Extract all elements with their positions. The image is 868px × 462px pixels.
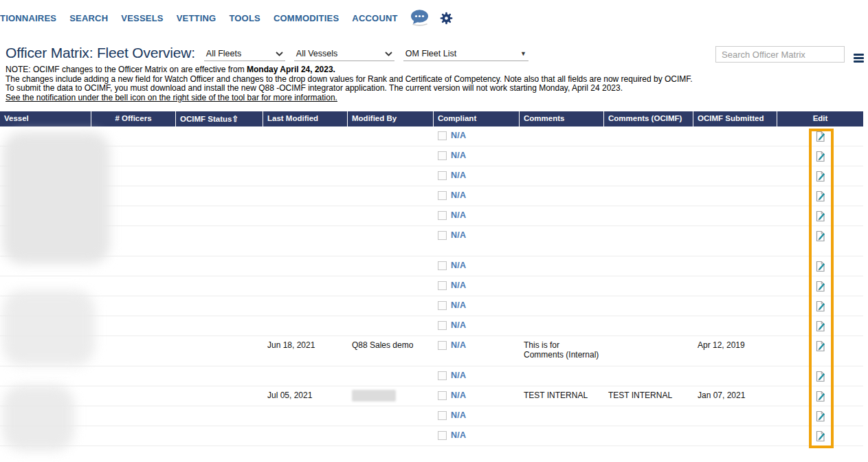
cell-ocimf_status	[176, 296, 263, 316]
column-header-modified_by[interactable]: Modified By	[348, 111, 434, 126]
fleet-filter-select[interactable]: All Fleets	[204, 49, 285, 61]
compliant-checkbox[interactable]	[438, 151, 447, 160]
cell-compliant: N/A	[434, 166, 520, 186]
table-header: Vessel# OfficersOCIMF Status⇧Last Modifi…	[0, 111, 863, 126]
nav-item-account[interactable]: ACCOUNT	[352, 13, 397, 23]
vessel-filter-select[interactable]: All Vessels	[294, 49, 394, 61]
edit-button[interactable]	[815, 340, 826, 352]
menu-icon[interactable]	[854, 54, 864, 64]
edit-button[interactable]	[815, 300, 826, 312]
edit-button[interactable]	[815, 131, 826, 142]
cell-modified_by: Q88 Sales demo	[348, 336, 434, 366]
cell-compliant: N/A	[434, 126, 520, 146]
cell-ocimf_submitted	[693, 146, 777, 166]
edit-button[interactable]	[815, 430, 826, 442]
fleet-filter-value: All Fleets	[206, 49, 241, 58]
column-header-vessel[interactable]: Vessel	[0, 111, 91, 126]
cell-ocimf_status	[176, 426, 263, 446]
list-filter-select[interactable]: OM Fleet List ▼	[403, 49, 528, 61]
cell-officers	[91, 366, 176, 386]
compliant-checkbox[interactable]	[438, 321, 447, 330]
compliant-value: N/A	[451, 151, 466, 160]
compliant-checkbox[interactable]	[438, 371, 447, 380]
cell-compliant: N/A	[434, 296, 520, 316]
edit-button[interactable]	[815, 190, 826, 202]
compliant-value: N/A	[451, 261, 466, 270]
column-header-ocimf_status[interactable]: OCIMF Status⇧	[176, 111, 263, 126]
cell-comments	[520, 126, 604, 146]
edit-button[interactable]	[815, 371, 826, 382]
edit-button[interactable]	[815, 410, 826, 422]
cell-comments	[520, 256, 604, 276]
cell-comments_ocimf	[604, 406, 693, 426]
compliant-checkbox[interactable]	[438, 341, 447, 350]
nav-item-questionnaires[interactable]: TIONNAIRES	[0, 13, 56, 23]
compliant-checkbox[interactable]	[438, 231, 447, 240]
nav-item-tools[interactable]: TOOLS	[229, 13, 260, 23]
compliant-value: N/A	[451, 340, 466, 350]
column-header-officers[interactable]: # Officers	[91, 111, 176, 126]
edit-button[interactable]	[815, 261, 826, 272]
gear-icon[interactable]	[440, 12, 453, 25]
chevron-down-icon	[276, 52, 283, 56]
cell-compliant: N/A	[434, 256, 520, 276]
cell-comments_ocimf	[604, 186, 693, 206]
edit-button[interactable]	[815, 390, 826, 402]
edit-icon	[815, 151, 826, 162]
cell-comments_ocimf	[604, 226, 693, 256]
cell-comments_ocimf	[604, 126, 693, 146]
nav-item-vessels[interactable]: VESSELS	[121, 13, 163, 23]
cell-last_modified	[263, 256, 348, 276]
cell-modified_by	[348, 296, 434, 316]
cell-officers	[91, 256, 176, 276]
compliant-value: N/A	[451, 410, 466, 420]
cell-compliant: N/A	[434, 186, 520, 206]
edit-icon	[815, 210, 826, 222]
cell-modified_by	[348, 166, 434, 186]
cell-ocimf_submitted	[693, 166, 777, 186]
cell-modified_by	[348, 126, 434, 146]
column-header-last_modified[interactable]: Last Modified	[263, 111, 348, 126]
edit-icon	[815, 300, 826, 312]
column-header-compliant[interactable]: Compliant	[434, 111, 520, 126]
search-input[interactable]	[720, 49, 844, 60]
cell-ocimf_submitted	[693, 256, 777, 276]
compliant-checkbox[interactable]	[438, 411, 447, 420]
compliant-checkbox[interactable]	[438, 131, 447, 140]
compliant-checkbox[interactable]	[438, 391, 447, 400]
edit-button[interactable]	[815, 230, 826, 242]
compliant-checkbox[interactable]	[438, 281, 447, 290]
nav-item-commodities[interactable]: COMMODITIES	[274, 13, 339, 23]
compliant-checkbox[interactable]	[438, 211, 447, 220]
edit-button[interactable]	[815, 280, 826, 292]
compliant-checkbox[interactable]	[438, 191, 447, 200]
nav-item-vetting[interactable]: VETTING	[177, 13, 216, 23]
compliant-value: N/A	[451, 280, 466, 290]
cell-ocimf_submitted	[693, 126, 777, 146]
cell-ocimf_submitted	[693, 226, 777, 256]
edit-button[interactable]	[815, 151, 826, 162]
edit-button[interactable]	[815, 170, 826, 182]
compliant-checkbox[interactable]	[438, 301, 447, 310]
cell-compliant: N/A	[434, 366, 520, 386]
cell-compliant: N/A	[434, 226, 520, 256]
nav-item-search[interactable]: SEARCH	[69, 13, 108, 23]
cell-compliant: N/A	[434, 146, 520, 166]
column-header-comments_ocimf[interactable]: Comments (OCIMF)	[604, 111, 693, 126]
column-header-ocimf_submitted[interactable]: OCIMF Submitted	[693, 111, 777, 126]
compliant-checkbox[interactable]	[438, 431, 447, 440]
table-row: N/A	[0, 366, 863, 386]
chat-bubble-icon[interactable]	[410, 9, 430, 27]
compliant-value: N/A	[451, 210, 466, 220]
cell-comments	[520, 316, 604, 336]
column-header-comments[interactable]: Comments	[520, 111, 604, 126]
column-header-edit[interactable]: Edit	[777, 111, 863, 126]
edit-button[interactable]	[815, 320, 826, 332]
cell-comments_ocimf	[604, 206, 693, 226]
list-filter-value: OM Fleet List	[405, 49, 456, 58]
compliant-checkbox[interactable]	[438, 171, 447, 180]
compliant-checkbox[interactable]	[438, 261, 447, 270]
table-row: N/A	[0, 146, 863, 166]
edit-button[interactable]	[815, 210, 826, 222]
cell-modified_by	[348, 316, 434, 336]
